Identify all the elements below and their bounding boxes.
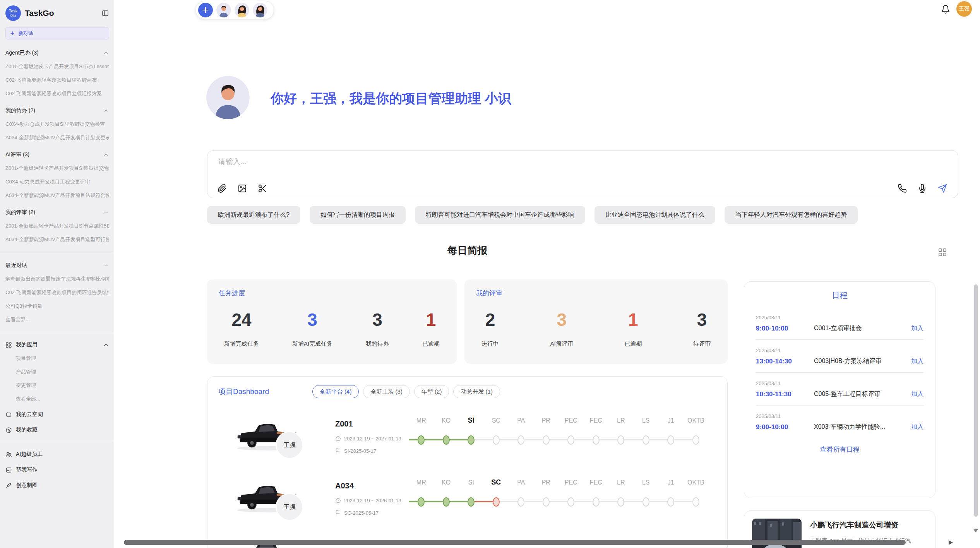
sidebar-link-write[interactable]: 帮我写作 — [5, 466, 109, 473]
add-conversation-button[interactable] — [198, 3, 213, 17]
paperclip-icon[interactable] — [218, 184, 227, 193]
stats-card-title: 我的评审 — [476, 289, 716, 298]
project-owner-avatar: 王强 — [276, 431, 303, 459]
project-milestone-flag: SC-2025-05-17 — [335, 510, 379, 516]
suggestion-chip[interactable]: 特朗普可能对进口汽车增税会对中国车企造成哪些影响 — [415, 206, 585, 224]
sidebar-item[interactable]: A034-全新新能源MUV产品开发项目法规符合性评审 — [5, 192, 109, 199]
milestone-label: KO — [434, 479, 459, 486]
horizontal-scrollbar-thumb[interactable] — [124, 540, 906, 545]
cloud-icon — [5, 411, 12, 418]
sidebar-item[interactable]: C02-飞腾新能源轻客改款项目立项汇报方案 — [5, 90, 109, 97]
sidebar-collapse-icon[interactable] — [101, 9, 109, 17]
app-item[interactable]: 项目管理 — [16, 355, 109, 362]
milestone-dot — [567, 497, 574, 507]
member-avatar[interactable] — [216, 3, 231, 17]
sidebar-link-label: 帮我写作 — [16, 466, 38, 473]
sidebar-item[interactable]: C02-飞腾新能源轻客改款项目的闭环通告反馈情况 — [5, 289, 109, 296]
dashboard-tab[interactable]: 年型 (2) — [414, 385, 449, 398]
sidebar-link-people[interactable]: AI超级员工 — [5, 451, 109, 458]
app-item[interactable]: 查看全部... — [16, 396, 109, 402]
divider — [0, 332, 114, 332]
stat-label: 新增完成任务 — [224, 340, 259, 348]
sidebar-item[interactable]: 解释最新出台的欧盟报废车法规再生塑料比例被调至15%... — [5, 276, 109, 283]
sidebar-link-quill[interactable]: 创意制图 — [5, 482, 109, 489]
project-row-A034[interactable]: 王强 A034 2023-12-19 ~ 2026-01-19 SC-2025-… — [207, 475, 727, 537]
sidebar-item[interactable]: 公司Q3轻卡销量 — [5, 303, 109, 310]
stat-value: 3 — [697, 309, 707, 330]
join-meeting-link[interactable]: 加入 — [911, 390, 923, 398]
sidebar-item[interactable]: C02-飞腾新能源轻客改款项目里程碑画布 — [5, 77, 109, 84]
quick-actions-bar — [195, 1, 274, 19]
main-area: 王强 你好，王强，我是你的项目管理助理 小识 欧洲新规最近颁布了什么?如何写一份… — [114, 0, 980, 548]
suggestion-chip[interactable]: 欧洲新规最近颁布了什么? — [207, 206, 300, 224]
milestone-dot — [418, 435, 425, 445]
milestone-dot — [517, 435, 524, 445]
milestone-KO: KO — [434, 475, 459, 522]
suggestion-chip[interactable]: 比亚迪全固态电池计划具体说了什么 — [595, 206, 715, 224]
event-date: 2025/03/11 — [756, 380, 923, 386]
sidebar-item[interactable]: Z001-全新燃油轻卡产品开发项目SI节点属性5D文件评审 — [5, 223, 109, 229]
sidebar-item[interactable]: A034-全新新能源MUV产品开发项目造型可行性评审 — [5, 236, 109, 243]
sidebar-section-header[interactable]: Agent已办 (3) — [5, 50, 109, 57]
sidebar-section-title: AI评审 (3) — [5, 151, 29, 158]
dashboard-tab[interactable]: 全新上装 (3) — [363, 385, 410, 398]
sidebar-section-header[interactable]: 最近对话 — [5, 262, 109, 269]
sidebar-section-header[interactable]: 我的待办 (2) — [5, 107, 109, 114]
suggestion-chips: 欧洲新规最近颁布了什么?如何写一份清晰的项目周报特朗普可能对进口汽车增税会对中国… — [207, 206, 858, 224]
briefing-stats: 任务进度24新增完成任务3新增AI完成任务3我的待办1已逾期我的评审2进行中3A… — [207, 279, 728, 364]
sidebar-item[interactable]: Z001-全新燃油皮卡产品开发项目SI节点Lesson Learn报告 — [5, 63, 109, 70]
project-code: Z001 — [335, 420, 353, 428]
stat-label: 已逾期 — [422, 340, 440, 348]
composer-actions — [898, 184, 947, 193]
sidebar-link-cloud[interactable]: 我的云空间 — [5, 411, 109, 418]
stat-item: 3我的待办 — [366, 309, 389, 348]
milestone-label: SI — [459, 479, 484, 486]
dashboard-tab[interactable]: 全新平台 (4) — [312, 385, 359, 398]
sidebar-item[interactable]: 查看全部... — [5, 316, 109, 323]
sidebar-section: 我的评审 (2)Z001-全新燃油轻卡产品开发项目SI节点属性5D文件评审A03… — [5, 209, 109, 243]
join-meeting-link[interactable]: 加入 — [911, 357, 923, 365]
layout-grid-icon[interactable] — [938, 248, 947, 257]
new-chat-button[interactable]: 新对话 — [5, 27, 109, 39]
schedule-card: 日程 2025/03/119:00-10:00C001-立项审批会加入2025/… — [744, 281, 935, 498]
sidebar-item[interactable]: C0X4-动力总成开发项目工程变更评审 — [5, 178, 109, 185]
my-apps-header[interactable]: 我的应用 — [5, 341, 109, 348]
milestone-KO: KO — [434, 413, 459, 460]
notifications-bell-icon[interactable] — [941, 4, 950, 14]
milestone-label: MR — [409, 479, 434, 486]
member-avatar[interactable] — [253, 3, 267, 17]
sidebar: Task Go TaskGo 新对话 Agent已办 (3)Z001-全新燃油皮… — [0, 0, 114, 548]
sidebar-section-title: 我的待办 (2) — [5, 107, 35, 114]
send-icon[interactable] — [938, 184, 947, 193]
join-meeting-link[interactable]: 加入 — [911, 423, 923, 431]
scissors-icon[interactable] — [258, 184, 267, 193]
sidebar-link-star[interactable]: 我的收藏 — [5, 426, 109, 433]
milestone-label: J1 — [658, 479, 684, 486]
milestone-label: PR — [534, 417, 559, 424]
dashboard-tab[interactable]: 动总开发 (1) — [453, 385, 500, 398]
suggestion-chip[interactable]: 如何写一份清晰的项目周报 — [310, 206, 406, 224]
user-avatar[interactable]: 王强 — [956, 1, 972, 17]
sidebar-item[interactable]: A034-全新新能源MUV产品开发项目计划变更表编写 — [5, 134, 109, 141]
suggestion-chip[interactable]: 当下年轻人对汽车外观有怎样的喜好趋势 — [725, 206, 858, 224]
member-avatar[interactable] — [235, 3, 249, 17]
chat-input[interactable] — [218, 156, 684, 175]
app-item[interactable]: 变更管理 — [16, 382, 109, 389]
people-icon — [5, 451, 12, 458]
vertical-scrollbar-thumb[interactable] — [974, 284, 978, 517]
sidebar-link-label: 我的云空间 — [16, 411, 43, 418]
view-all-schedule-link[interactable]: 查看所有日程 — [756, 445, 923, 454]
phone-call-icon[interactable] — [898, 184, 907, 193]
sidebar-item[interactable]: C0X4-动力总成开发项目SI里程碑提交物检查 — [5, 121, 109, 128]
milestone-timeline: MRKOSISCPAPRPECFECLRLSJ1OKTB — [409, 413, 708, 460]
project-row-Z001[interactable]: 王强 Z001 2023-12-19 ~ 2027-01-19 SI-2025-… — [207, 413, 727, 475]
sidebar-section-header[interactable]: 我的评审 (2) — [5, 209, 109, 216]
image-upload-icon[interactable] — [238, 184, 247, 193]
scroll-right-arrow[interactable] — [949, 540, 953, 545]
join-meeting-link[interactable]: 加入 — [911, 324, 923, 332]
scroll-down-arrow[interactable] — [973, 529, 978, 533]
sidebar-item[interactable]: Z001-全新燃油轻卡产品开发项目SI造型提交物评审 — [5, 165, 109, 172]
app-item[interactable]: 产品管理 — [16, 368, 109, 375]
microphone-icon[interactable] — [918, 184, 927, 193]
sidebar-section-header[interactable]: AI评审 (3) — [5, 151, 109, 158]
